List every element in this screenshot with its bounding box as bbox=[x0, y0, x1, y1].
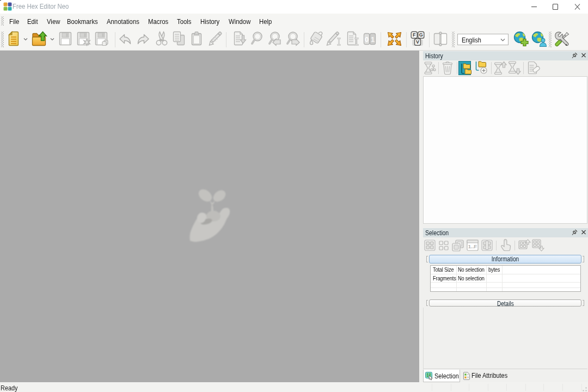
svg-text:G: G bbox=[419, 32, 423, 38]
svg-text:1: 1 bbox=[371, 35, 375, 44]
svg-text:1..F: 1..F bbox=[468, 243, 477, 249]
svg-text:0: 0 bbox=[365, 35, 369, 44]
svg-text:F: F bbox=[413, 32, 416, 38]
svg-text:V: V bbox=[416, 39, 419, 45]
